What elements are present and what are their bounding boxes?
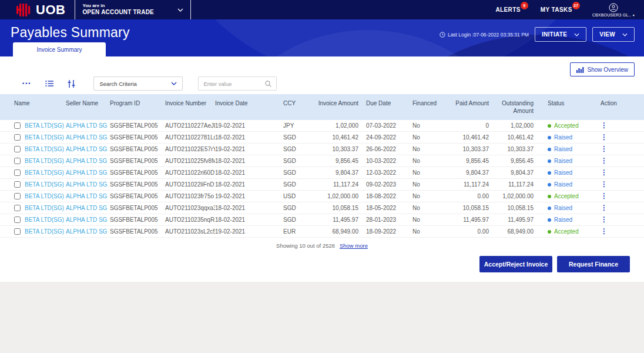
status-text: Accepted [554, 228, 579, 235]
cell-invoice-number: AUTO211023sL2c5 [165, 226, 215, 238]
seller-name-link[interactable]: ALPHA LTD SG [66, 228, 107, 235]
request-finance-button[interactable]: Request Finance [557, 256, 630, 272]
table-row: BETA LTD(SG) ALPHA LTD SG SGSFBETALP005 … [0, 226, 644, 238]
cell-ccy: SGD [267, 202, 317, 214]
row-checkbox[interactable] [14, 134, 21, 141]
row-actions-kebab-icon[interactable]: ⋮ [601, 215, 608, 224]
cell-action: ⋮ [583, 226, 644, 238]
accept-reject-invoice-button[interactable]: Accept/Reject Invoice [479, 256, 552, 272]
cell-action: ⋮ [583, 155, 644, 167]
cell-program-id: SGSFBETALP005 [110, 155, 165, 167]
seller-name-link[interactable]: ALPHA LTD SG [66, 169, 107, 176]
initiate-button[interactable]: INITIATE [535, 27, 586, 42]
buyer-name-link[interactable]: BETA LTD(SG) [25, 228, 64, 235]
cell-paid-amount: 11,117.24 [451, 179, 492, 191]
row-actions-kebab-icon[interactable]: ⋮ [601, 121, 608, 129]
row-actions-kebab-icon[interactable]: ⋮ [601, 192, 608, 200]
cell-invoice-date: 19-02-2021 [215, 144, 267, 155]
seller-name-link[interactable]: ALPHA LTD SG [66, 217, 107, 223]
buyer-name-link[interactable]: BETA LTD(SG) [25, 122, 64, 129]
row-checkbox[interactable] [14, 181, 21, 188]
cell-outstanding-amount: 11,495.97 [492, 214, 537, 226]
row-checkbox[interactable] [14, 217, 21, 223]
seller-name-link[interactable]: ALPHA LTD SG [66, 158, 107, 164]
status-dot-icon [548, 207, 551, 210]
view-button[interactable]: VIEW [592, 27, 635, 42]
col-ccy: CCY [267, 94, 317, 120]
cell-financed: No [412, 226, 451, 238]
row-checkbox[interactable] [14, 146, 21, 152]
search-input[interactable] [203, 81, 265, 87]
show-more-link[interactable]: Show more [340, 242, 368, 249]
buyer-name-link[interactable]: BETA LTD(SG) [25, 205, 64, 211]
buyer-name-link[interactable]: BETA LTD(SG) [25, 181, 64, 188]
cell-action: ⋮ [583, 120, 644, 132]
seller-name-link[interactable]: ALPHA LTD SG [66, 146, 107, 152]
last-login-text: Last Login :07-06-2022 03:35:31 PM [448, 32, 529, 38]
buyer-name-link[interactable]: BETA LTD(SG) [25, 193, 64, 199]
row-actions-kebab-icon[interactable]: ⋮ [601, 145, 608, 153]
module-switcher[interactable]: You are in OPEN ACCOUNT TRADE [75, 0, 191, 19]
table-row: BETA LTD(SG) ALPHA LTD SG SGSFBETALP005 … [0, 144, 644, 155]
my-tasks-button[interactable]: MY TASKS 37 [541, 6, 572, 13]
cell-action: ⋮ [583, 179, 644, 191]
user-menu[interactable]: CBXBOUSER3 GL.. ▾ [592, 3, 635, 17]
row-checkbox[interactable] [14, 122, 21, 129]
row-actions-kebab-icon[interactable]: ⋮ [601, 204, 608, 212]
alerts-button[interactable]: ALERTS 9 [495, 6, 520, 13]
seller-name-link[interactable]: ALPHA LTD SG [66, 181, 107, 188]
status-badge: Raised [548, 158, 579, 164]
uob-logo-icon [16, 4, 32, 16]
row-checkbox[interactable] [14, 158, 21, 164]
cell-status: Raised [537, 155, 583, 167]
cell-due-date: 18-09-2022 [362, 226, 412, 238]
cell-financed: No [412, 120, 451, 132]
search-icon [265, 81, 271, 87]
seller-name-link[interactable]: ALPHA LTD SG [66, 193, 107, 199]
cell-invoice-date: 19-02-2021 [215, 191, 267, 202]
filter-settings-icon[interactable] [68, 80, 76, 88]
cell-paid-amount: 9,856.45 [451, 155, 492, 167]
seller-name-link[interactable]: ALPHA LTD SG [66, 205, 107, 211]
row-actions-kebab-icon[interactable]: ⋮ [601, 133, 608, 141]
cell-financed: No [412, 167, 451, 179]
row-actions-kebab-icon[interactable]: ⋮ [601, 168, 608, 176]
saved-list-icon[interactable] [45, 80, 53, 87]
cell-due-date: 18-08-2022 [362, 191, 412, 202]
last-login: Last Login :07-06-2022 03:35:31 PM [440, 32, 529, 38]
row-checkbox[interactable] [14, 193, 21, 199]
row-actions-kebab-icon[interactable]: ⋮ [601, 227, 608, 235]
col-status: Status [537, 94, 583, 120]
row-checkbox[interactable] [14, 205, 21, 211]
cell-due-date: 09-02-2023 [362, 179, 412, 191]
status-badge: Raised [548, 181, 579, 188]
status-dot-icon [548, 195, 551, 198]
buyer-name-link[interactable]: BETA LTD(SG) [25, 217, 64, 223]
col-invoice-date: Invoice Date [215, 94, 267, 120]
status-badge: Accepted [548, 122, 579, 129]
more-options-icon[interactable]: ••• [22, 81, 31, 86]
buyer-name-link[interactable]: BETA LTD(SG) [25, 169, 64, 176]
top-navbar: UOB You are in OPEN ACCOUNT TRADE ALERTS… [0, 0, 644, 19]
status-badge: Raised [548, 134, 579, 141]
buyer-name-link[interactable]: BETA LTD(SG) [25, 134, 64, 141]
cell-status: Raised [537, 179, 583, 191]
row-checkbox[interactable] [14, 228, 21, 235]
seller-name-link[interactable]: ALPHA LTD SG [66, 134, 107, 141]
row-checkbox[interactable] [14, 169, 21, 176]
cell-status: Raised [537, 167, 583, 179]
buyer-name-link[interactable]: BETA LTD(SG) [25, 158, 64, 164]
table-row: BETA LTD(SG) ALPHA LTD SG SGSFBETALP005 … [0, 202, 644, 214]
buyer-name-link[interactable]: BETA LTD(SG) [25, 146, 64, 152]
seller-name-link[interactable]: ALPHA LTD SG [66, 122, 107, 129]
cell-outstanding-amount: 9,804.37 [492, 167, 537, 179]
status-badge: Raised [548, 146, 579, 152]
row-actions-kebab-icon[interactable]: ⋮ [601, 156, 608, 165]
bar-chart-icon [576, 66, 584, 73]
cell-invoice-amount: 9,804.37 [317, 167, 362, 179]
table-header-row: Name Seller Name Program ID Invoice Numb… [0, 94, 644, 120]
show-overview-button[interactable]: Show Overview [570, 62, 635, 76]
row-actions-kebab-icon[interactable]: ⋮ [601, 180, 608, 188]
search-criteria-dropdown[interactable]: Search Criteria [93, 76, 183, 91]
tab-invoice-summary[interactable]: Invoice Summary [13, 42, 106, 56]
